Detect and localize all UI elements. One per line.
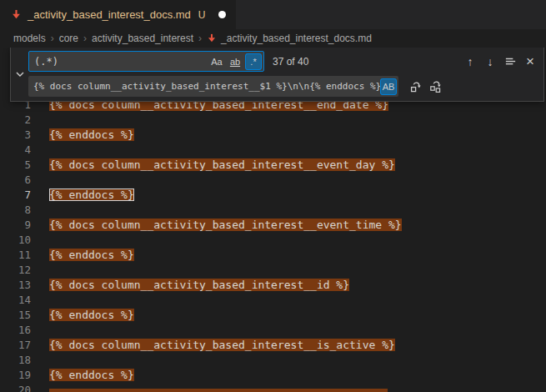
breadcrumb-file[interactable]: _activity_based_interest_docs.md bbox=[207, 33, 372, 44]
tab-activity-docs[interactable]: _activity_based_interest_docs.md U bbox=[0, 0, 237, 29]
find-match: {% docs column__activity_based_interest_… bbox=[49, 279, 349, 291]
current-find-match: {% enddocs %} bbox=[49, 188, 134, 201]
line-content: {% docs column__activity_based_interest_… bbox=[38, 218, 402, 233]
breadcrumb-core[interactable]: core bbox=[59, 33, 78, 44]
replace-all-button[interactable] bbox=[427, 78, 445, 96]
find-match: {% docs column__activity_based_interest_… bbox=[49, 219, 402, 231]
editor-line[interactable]: 8 bbox=[0, 203, 546, 218]
line-number: 19 bbox=[0, 368, 38, 383]
find-match: {% enddocs %} bbox=[49, 369, 134, 381]
whole-word-toggle[interactable]: ab bbox=[227, 53, 243, 70]
line-content: {% docs column__activity_based_interest_… bbox=[38, 158, 395, 173]
breadcrumb-separator: › bbox=[198, 33, 202, 44]
line-content bbox=[38, 263, 49, 278]
markdown-file-icon bbox=[11, 9, 22, 20]
line-number: 14 bbox=[0, 293, 38, 308]
editor-line[interactable]: 7{% enddocs %} bbox=[0, 188, 546, 203]
editor-line[interactable]: 16 bbox=[0, 323, 546, 338]
line-content: {% docs column__activity_based_interest_… bbox=[38, 338, 395, 353]
find-in-selection-button[interactable] bbox=[501, 53, 519, 71]
close-find-widget-button[interactable]: × bbox=[521, 53, 539, 71]
git-status-badge: U bbox=[198, 9, 206, 21]
line-content: {% enddocs %} bbox=[38, 248, 134, 263]
find-replace-widget: (.*) Aa ab .* 37 of 40 ↑ ↓ bbox=[10, 48, 544, 102]
chevron-down-icon bbox=[13, 68, 27, 81]
replace-all-icon bbox=[429, 80, 443, 93]
line-number: 10 bbox=[0, 233, 38, 248]
line-number: 20 bbox=[0, 383, 38, 392]
selection-lines-icon bbox=[504, 55, 517, 68]
editor-line[interactable]: 11{% enddocs %} bbox=[0, 248, 546, 263]
replace-icon bbox=[409, 80, 423, 93]
editor-line[interactable]: 13{% docs column__activity_based_interes… bbox=[0, 278, 546, 293]
match-case-toggle[interactable]: Aa bbox=[208, 53, 225, 70]
replace-row: {% docs column__activity_based_interest_… bbox=[28, 76, 539, 97]
markdown-file-icon bbox=[207, 33, 217, 43]
line-content bbox=[38, 143, 49, 158]
editor-line[interactable]: 2 bbox=[0, 113, 546, 128]
line-content: {% enddocs %} bbox=[38, 188, 134, 203]
line-content bbox=[38, 113, 49, 128]
find-match: {% docs column__activity_based_interest_… bbox=[49, 158, 395, 171]
partial-next-match bbox=[49, 389, 388, 392]
line-content bbox=[38, 323, 49, 338]
line-number: 8 bbox=[0, 203, 38, 218]
line-number: 18 bbox=[0, 353, 38, 368]
line-number: 2 bbox=[0, 113, 38, 128]
line-content: {% enddocs %} bbox=[38, 128, 134, 143]
line-number: 13 bbox=[0, 278, 38, 293]
breadcrumb-file-label: _activity_based_interest_docs.md bbox=[221, 33, 372, 44]
line-content: {% enddocs %} bbox=[38, 368, 134, 383]
tab-filename: _activity_based_interest_docs.md bbox=[28, 8, 191, 21]
editor-line[interactable]: 18 bbox=[0, 353, 546, 368]
line-content bbox=[38, 383, 49, 392]
line-number: 17 bbox=[0, 338, 38, 353]
regex-toggle[interactable]: .* bbox=[245, 53, 262, 70]
line-number: 12 bbox=[0, 263, 38, 278]
find-match: {% enddocs %} bbox=[49, 249, 134, 261]
find-match: {% enddocs %} bbox=[49, 128, 134, 141]
line-number: 6 bbox=[0, 173, 38, 188]
preserve-case-toggle[interactable]: AB bbox=[380, 78, 397, 95]
editor-line[interactable]: 5{% docs column__activity_based_interest… bbox=[0, 158, 546, 173]
replace-button[interactable] bbox=[407, 78, 425, 96]
find-input-value: (.*) bbox=[34, 56, 208, 68]
find-input[interactable]: (.*) Aa ab .* bbox=[28, 51, 264, 72]
editor[interactable]: 1{% docs column__activity_based_interest… bbox=[0, 48, 546, 392]
editor-line[interactable]: 3{% enddocs %} bbox=[0, 128, 546, 143]
line-number: 15 bbox=[0, 308, 38, 323]
editor-line[interactable]: 14 bbox=[0, 293, 546, 308]
editor-line[interactable]: 10 bbox=[0, 233, 546, 248]
breadcrumb-separator: › bbox=[51, 33, 54, 44]
editor-line[interactable]: 9{% docs column__activity_based_interest… bbox=[0, 218, 546, 233]
line-number: 7 bbox=[0, 188, 38, 203]
replace-input[interactable]: {% docs column__activity_based_interest_… bbox=[28, 76, 398, 97]
line-content bbox=[38, 293, 49, 308]
find-match: {% enddocs %} bbox=[49, 309, 134, 321]
next-match-button[interactable]: ↓ bbox=[481, 53, 499, 71]
editor-line[interactable]: 4 bbox=[0, 143, 546, 158]
find-match: {% docs column__activity_based_interest_… bbox=[49, 339, 395, 351]
line-number: 3 bbox=[0, 128, 38, 143]
line-number: 4 bbox=[0, 143, 38, 158]
line-number: 9 bbox=[0, 218, 38, 233]
breadcrumb: models › core › activity_based_interest … bbox=[0, 29, 546, 48]
breadcrumb-models[interactable]: models bbox=[13, 33, 46, 44]
replace-input-value: {% docs column__activity_based_interest_… bbox=[33, 81, 380, 92]
line-content bbox=[38, 173, 49, 188]
line-content bbox=[38, 233, 49, 248]
editor-line[interactable]: 12 bbox=[0, 263, 546, 278]
line-content: {% enddocs %} bbox=[38, 308, 134, 323]
editor-line[interactable]: 19{% enddocs %} bbox=[0, 368, 546, 383]
editor-line[interactable]: 15{% enddocs %} bbox=[0, 308, 546, 323]
editor-line[interactable]: 17{% docs column__activity_based_interes… bbox=[0, 338, 546, 353]
line-content bbox=[38, 203, 49, 218]
previous-match-button[interactable]: ↑ bbox=[461, 53, 479, 71]
tab-bar: _activity_based_interest_docs.md U bbox=[0, 0, 546, 29]
line-content: {% docs column__activity_based_interest_… bbox=[38, 278, 349, 293]
editor-line[interactable]: 6 bbox=[0, 173, 546, 188]
line-number: 11 bbox=[0, 248, 38, 263]
unsaved-changes-dot[interactable] bbox=[218, 11, 226, 18]
toggle-replace-button[interactable] bbox=[11, 51, 28, 97]
breadcrumb-activity-based-interest[interactable]: activity_based_interest bbox=[92, 33, 193, 44]
